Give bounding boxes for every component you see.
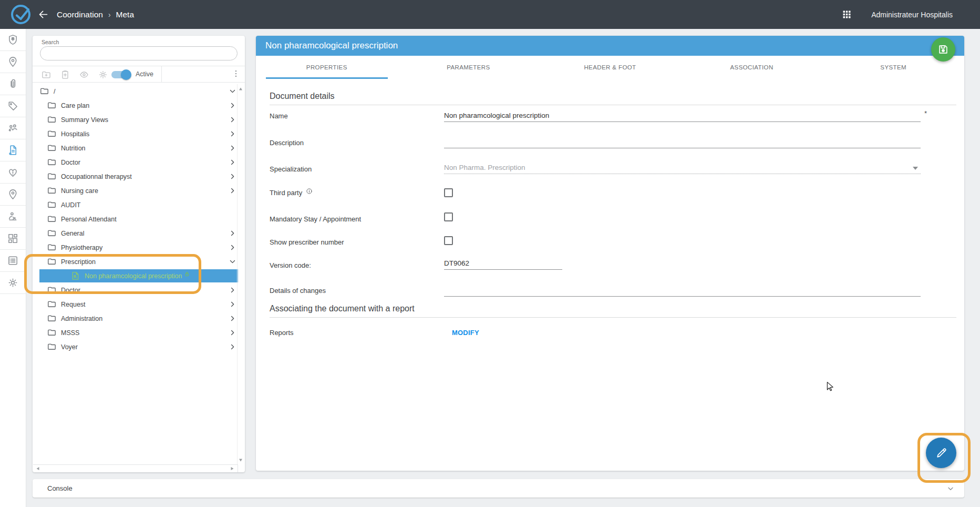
tree-item-folder[interactable]: MSSS	[33, 326, 245, 340]
tree-item-folder[interactable]: Prescription	[33, 255, 245, 269]
location-pin-icon[interactable]	[0, 51, 26, 73]
documents-icon[interactable]	[0, 139, 26, 161]
tab-properties[interactable]: PROPERTIES	[256, 56, 398, 79]
application-window: Coordination › Meta Administrateur Hospi…	[0, 0, 980, 507]
scroll-right-icon[interactable]	[229, 465, 235, 472]
chevron-right-icon[interactable]	[228, 314, 237, 323]
chevron-right-icon[interactable]	[228, 158, 237, 167]
checkbox[interactable]	[444, 188, 453, 197]
info-icon[interactable]	[306, 188, 313, 195]
chevron-right-icon[interactable]	[228, 172, 237, 181]
text-field[interactable]: DT9062	[444, 256, 562, 270]
tree-item-folder[interactable]: Personal Attendant	[33, 212, 245, 226]
tree-item-folder[interactable]: Care plan	[33, 98, 245, 113]
folder-icon	[47, 157, 57, 167]
tree-item-folder[interactable]: Occupationnal therapyst	[33, 169, 245, 184]
tab-parameters[interactable]: PARAMETERS	[398, 56, 540, 79]
select-field[interactable]: Non Pharma. Prescription	[444, 160, 921, 174]
chevron-right-icon[interactable]	[228, 300, 237, 309]
breadcrumb-item[interactable]: Coordination	[57, 10, 103, 19]
new-folder-icon[interactable]	[41, 69, 51, 80]
tree-item-folder[interactable]: General	[33, 226, 245, 240]
save-button[interactable]	[931, 37, 955, 62]
security-shield-icon[interactable]	[0, 29, 26, 51]
folder-icon	[47, 143, 57, 153]
dashboard-icon[interactable]	[0, 228, 26, 250]
breadcrumb-separator: ›	[108, 11, 111, 19]
tag-icon[interactable]	[0, 95, 26, 117]
chevron-right-icon[interactable]	[228, 229, 237, 238]
chevron-right-icon[interactable]	[228, 342, 237, 351]
scroll-up-icon[interactable]	[238, 86, 244, 92]
tab-label: PROPERTIES	[306, 64, 347, 70]
tab-association[interactable]: ASSOCIATION	[681, 56, 823, 79]
tree-item-label: Personal Attendant	[61, 216, 117, 223]
scroll-down-icon[interactable]	[238, 457, 244, 463]
chevron-down-icon[interactable]	[946, 484, 955, 493]
visibility-icon[interactable]	[79, 69, 89, 80]
field-label-text: Third party	[270, 189, 302, 197]
active-toggle[interactable]	[111, 71, 130, 78]
tree-item-folder[interactable]: AUDIT	[33, 198, 245, 212]
active-toggle-label: Active	[136, 70, 153, 78]
tree-item-folder[interactable]: Doctor	[33, 155, 245, 169]
tree-item-label: MSSS	[61, 329, 79, 337]
tree-item-folder[interactable]: Voyer	[33, 340, 245, 354]
apps-grid-icon[interactable]	[841, 9, 852, 20]
field-label: Details of changes	[270, 287, 326, 295]
checkbox[interactable]	[444, 212, 453, 221]
topbar: Coordination › Meta Administrateur Hospi…	[0, 0, 980, 29]
chevron-right-icon[interactable]	[228, 186, 237, 195]
location-pin-icon[interactable]	[0, 184, 26, 206]
tab-header-foot[interactable]: HEADER & FOOT	[539, 56, 681, 79]
app-logo-icon[interactable]	[11, 5, 30, 24]
tree-horizontal-scrollbar[interactable]	[33, 464, 238, 472]
settings-icon[interactable]	[98, 69, 108, 80]
tree-item-folder[interactable]: /	[33, 84, 245, 98]
chevron-down-icon[interactable]	[228, 87, 237, 96]
tree-item-folder[interactable]: Doctor	[33, 283, 245, 297]
dropdown-caret-icon[interactable]	[913, 167, 918, 170]
checkbox[interactable]	[444, 236, 453, 245]
text-field[interactable]: Non pharamcological prescription	[444, 108, 921, 122]
health-pulse-icon[interactable]	[0, 161, 26, 184]
modify-link[interactable]: MODIFY	[452, 329, 479, 337]
chevron-right-icon[interactable]	[228, 243, 237, 252]
tree-item-folder[interactable]: Nursing care	[33, 184, 245, 198]
tree-item-folder[interactable]: Hospitalis	[33, 127, 245, 141]
tree-item-label: AUDIT	[61, 201, 81, 209]
list-icon[interactable]	[0, 250, 26, 272]
text-field[interactable]	[444, 283, 921, 297]
paperclip-icon[interactable]	[0, 73, 26, 95]
chevron-right-icon[interactable]	[228, 101, 237, 110]
tree-item-folder[interactable]: Summary Views	[33, 113, 245, 127]
search-input[interactable]	[40, 46, 238, 60]
tree-item-folder[interactable]: Nutrition	[33, 141, 245, 155]
new-document-icon[interactable]	[60, 69, 70, 80]
tree-item-folder[interactable]: Request	[33, 297, 245, 311]
chevron-right-icon[interactable]	[228, 115, 237, 124]
edit-button[interactable]	[926, 438, 956, 468]
text-field[interactable]	[444, 135, 921, 148]
team-icon[interactable]	[0, 117, 26, 139]
caregiver-icon[interactable]	[0, 206, 26, 228]
chevron-right-icon[interactable]	[228, 129, 237, 138]
tree-vertical-scrollbar[interactable]	[237, 84, 244, 465]
tree-item-folder[interactable]: Physiotherapy	[33, 240, 245, 255]
back-arrow-icon[interactable]	[38, 9, 49, 20]
scroll-left-icon[interactable]	[35, 465, 41, 472]
folder-icon	[47, 186, 57, 196]
tree-item-document[interactable]: Non pharamcological prescription	[33, 269, 245, 283]
breadcrumb-item[interactable]: Meta	[116, 10, 134, 19]
console-bar[interactable]: Console	[33, 479, 964, 498]
pencil-icon	[935, 447, 948, 460]
user-menu[interactable]: Administrateur Hospitalis	[871, 0, 953, 29]
chevron-right-icon[interactable]	[228, 144, 237, 153]
kebab-menu-icon[interactable]	[231, 69, 241, 80]
folder-icon	[47, 285, 57, 295]
settings-gear-icon[interactable]	[0, 272, 26, 294]
chevron-right-icon[interactable]	[228, 328, 237, 337]
chevron-down-icon[interactable]	[228, 257, 237, 266]
chevron-right-icon[interactable]	[228, 286, 237, 295]
tree-item-folder[interactable]: Administration	[33, 311, 245, 326]
